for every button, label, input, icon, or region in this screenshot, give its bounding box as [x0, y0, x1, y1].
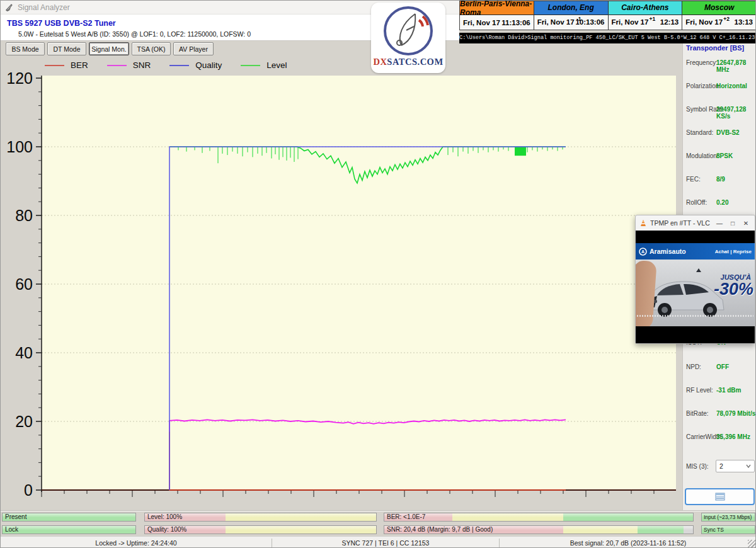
satellite-dish-icon	[382, 5, 434, 57]
clock-moscow: Moscow Fri, Nov 17 +2 13:13	[682, 1, 756, 30]
ad-banner: A Aramisauto Achat | Reprise	[636, 243, 755, 260]
transponder-list-button[interactable]	[685, 488, 755, 505]
app-icon	[5, 3, 14, 12]
mis-label: MIS (3):	[686, 463, 709, 470]
legend-item-ber: BER	[45, 60, 88, 70]
svg-text:80: 80	[15, 207, 33, 224]
row-npd: NPD:OFF	[683, 363, 756, 372]
signal-monitor-chart: 020406080100120	[1, 72, 681, 513]
status-best-signal: Best signal: 20,7 dB (2023-11-16 11:52)	[500, 537, 756, 548]
tab-dt-mode[interactable]: DT Mode	[47, 42, 86, 55]
svg-text:A: A	[641, 249, 644, 254]
legend-label: SNR	[133, 60, 151, 70]
clock-berlin: Berlin-Paris-Vienna-Roma Fri, Nov 17 11:…	[460, 1, 534, 30]
clock-city-label: Cairo-Athens	[609, 1, 682, 15]
clock-time: 12:13	[660, 18, 679, 26]
console-command-line[interactable]: C:\Users\Roman Dávid>Signal monitoring_P…	[459, 33, 756, 43]
present-indicator: Present	[2, 513, 136, 522]
clock-city-label: London, Eng	[534, 1, 608, 15]
clock-city-label: Berlin-Paris-Vienna-Roma	[460, 1, 534, 15]
ber-line-swatch	[45, 65, 64, 66]
status-sync-tei-cc: SYNC 727 | TEI 6 | CC 12153	[272, 537, 499, 548]
mis-dropdown[interactable]: 2	[716, 460, 755, 472]
quality-line-swatch	[169, 65, 189, 66]
ad-nav-links: Achat | Reprise	[715, 249, 752, 254]
aramisauto-logo-icon: A	[639, 248, 647, 256]
legend-item-level: Level	[241, 60, 287, 70]
ad-brand-name: Aramisauto	[650, 248, 713, 255]
vlc-minimize-button[interactable]: —	[714, 220, 724, 227]
ad-fine-print	[637, 315, 753, 317]
svg-text:0: 0	[24, 481, 33, 499]
quality-indicator: Quality: 100%	[144, 525, 377, 534]
tab-signal-mon[interactable]: Signal Mon.	[89, 42, 129, 55]
transponder-title: Transponder [BS]	[686, 44, 744, 52]
clock-city-label: Moscow	[682, 1, 756, 15]
tuner-details: 5.0W - Eutelsat 5 West A/B (ID: 3550) @ …	[18, 30, 251, 38]
row-rf-level: RF Level:-31 dBm	[683, 387, 756, 396]
vlc-close-button[interactable]: ✕	[741, 220, 751, 227]
signal-analyzer-window: Signal Analyzer TBS 5927 USB DVB-S2 Tune…	[0, 0, 756, 548]
clock-time: 13:13	[735, 18, 753, 26]
logo-rest: SATCS.COM	[387, 57, 443, 67]
svg-text:20: 20	[15, 413, 33, 430]
vlc-maximize-button[interactable]: □	[728, 220, 738, 227]
chevron-down-icon	[746, 464, 751, 468]
vlc-window[interactable]: TPMP en #TT - VLC med... — □ ✕ A Aramisa…	[635, 215, 755, 344]
vlc-titlebar[interactable]: TPMP en #TT - VLC med... — □ ✕	[636, 215, 755, 231]
svg-text:100: 100	[6, 138, 33, 156]
svg-text:40: 40	[15, 344, 33, 362]
row-carrier-width: CarrierWidth:35,396 MHz	[683, 433, 756, 442]
row-modulation: Modulation:8PSK	[683, 152, 756, 161]
input-indicator: Input (~23,73 Mbps)	[701, 513, 755, 522]
dxsatcs-logo: DXSATCS.COM	[371, 3, 445, 73]
clock-utc-offset: +2	[723, 16, 730, 22]
clock-cairo: Cairo-Athens Fri, Nov 17 +1 12:13	[609, 1, 683, 30]
clock-utc-offset: -1	[576, 16, 581, 22]
chart-legend: BER SNR Quality Level	[45, 60, 287, 70]
status-locked-uptime: Locked -> Uptime: 24:24:40	[1, 537, 272, 548]
legend-item-quality: Quality	[169, 60, 222, 70]
clock-date: Fri, Nov 17	[685, 18, 723, 26]
svg-text:120: 120	[6, 72, 33, 87]
logo-dx: DX	[373, 57, 387, 67]
tab-av-player[interactable]: AV Player	[173, 42, 214, 55]
legend-label: Quality	[195, 60, 222, 70]
snr-indicator: SNR: 20,4 dB (Margin: 9,7 dB | Good)	[384, 525, 694, 534]
divider	[1, 510, 756, 511]
clock-time: 11:13:06	[501, 19, 530, 26]
row-frequency: Frequency:12647,878 MHz	[683, 59, 756, 68]
tab-bs-mode[interactable]: BS Mode	[6, 42, 45, 55]
mis-selected-value: 2	[719, 462, 723, 470]
lock-indicator: Lock	[2, 525, 136, 534]
legend-label: Level	[266, 60, 287, 70]
resize-grip[interactable]	[748, 540, 755, 547]
video-letterbox-bottom	[636, 326, 755, 343]
clock-utc-offset: +1	[650, 16, 656, 22]
world-clocks-panel: Berlin-Paris-Vienna-Roma Fri, Nov 17 11:…	[459, 1, 756, 30]
clock-london: London, Eng Fri, Nov 17 -1 10:13:06	[534, 1, 609, 30]
row-symbol-rate: Symbol Rate:29497,128 KS/s	[683, 106, 756, 115]
tuner-name: TBS 5927 USB DVB-S2 Tuner	[7, 19, 116, 28]
clock-date: Fri, Nov 17	[612, 18, 649, 26]
clock-date: Fri, Nov 17	[463, 19, 500, 26]
snr-line-swatch	[107, 65, 127, 66]
ad-promo-percent: -30%	[714, 280, 753, 299]
statusbar: Locked -> Uptime: 24:24:40 SYNC 727 | TE…	[1, 536, 756, 548]
vlc-cone-icon	[639, 219, 647, 227]
row-rolloff: RollOff:0.20	[683, 199, 756, 208]
vlc-video-area[interactable]: A Aramisauto Achat | Reprise	[636, 231, 755, 343]
list-icon	[715, 493, 725, 501]
row-polarization: Polarization:Horizontal	[683, 83, 756, 91]
row-fec: FEC:8/9	[683, 176, 756, 185]
row-bitrate: BitRate:78,079 Mbit/s	[683, 410, 756, 419]
vlc-window-title: TPMP en #TT - VLC med...	[650, 219, 711, 227]
sync-ts-indicator: Sync TS	[701, 525, 755, 534]
dxsatcs-wordmark: DXSATCS.COM	[371, 57, 445, 67]
tab-tsa[interactable]: TSA (OK)	[132, 42, 171, 55]
legend-label: BER	[71, 60, 88, 70]
ber-indicator: BER: <1.0E-7	[384, 513, 694, 522]
clock-date: Fri, Nov 17	[537, 18, 575, 26]
svg-text:60: 60	[15, 275, 33, 293]
ad-scene: JUSQU'À -30%	[636, 260, 755, 326]
